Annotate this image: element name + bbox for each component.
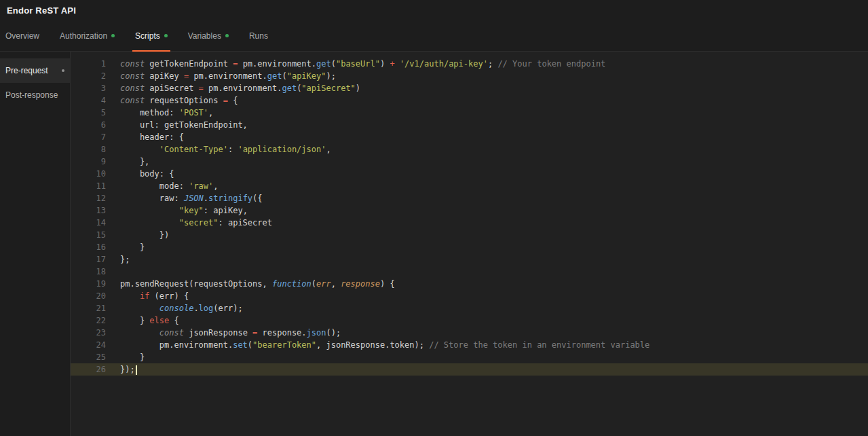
code-token: header: { (120, 132, 184, 142)
code-line-7[interactable]: 7 header: { (71, 131, 868, 143)
app-header: Endor ReST API (0, 0, 868, 20)
tab-runs[interactable]: Runs (244, 20, 273, 51)
code-token: "secret" (179, 218, 219, 228)
code-token: mode: (120, 181, 189, 191)
sidebar-item-post-response[interactable]: Post-response (0, 83, 70, 107)
code-line-6[interactable]: 6 url: getTokenEndpoint, (71, 119, 868, 131)
code-token: , jsonResponse.token); (316, 340, 429, 350)
code-token: ( (312, 279, 316, 289)
line-number: 14 (71, 217, 106, 229)
code-editor[interactable]: 1const getTokenEndpoint = pm.environment… (71, 52, 868, 436)
code-token: "bearerToken" (252, 340, 316, 350)
code-line-25[interactable]: 25 } (71, 351, 868, 363)
code-line-14[interactable]: 14 "secret": apiSecret (71, 217, 868, 229)
code-token: // Your token endpoint (497, 59, 605, 69)
code-token: const (120, 84, 149, 93)
code-line-5[interactable]: 5 method: 'POST', (71, 107, 868, 119)
tab-authorization[interactable]: Authorization (54, 20, 120, 51)
code-line-23[interactable]: 23 const jsonResponse = response.json(); (71, 327, 868, 339)
tab-label: Scripts (135, 31, 160, 41)
code-text: body: { (106, 168, 174, 180)
code-token: 'POST' (179, 108, 208, 117)
code-token: } (120, 352, 145, 362)
line-number: 6 (71, 119, 106, 131)
code-token: }); (120, 365, 135, 374)
code-token: '/v1/auth/api-key' (400, 59, 488, 69)
tab-variables[interactable]: Variables (183, 20, 234, 51)
code-line-21[interactable]: 21 console.log(err); (71, 302, 868, 314)
sidebar-item-pre-request[interactable]: Pre-request (0, 58, 70, 83)
line-number: 7 (71, 131, 106, 143)
code-line-17[interactable]: 17}; (71, 253, 868, 266)
code-line-22[interactable]: 22 } else { (71, 314, 868, 327)
code-token: method: (120, 108, 179, 117)
code-token: = (199, 84, 204, 93)
code-text: } else { (106, 314, 179, 327)
code-token: requestOptions (149, 96, 223, 105)
code-lines: 1const getTokenEndpoint = pm.environment… (71, 58, 868, 376)
code-line-18[interactable]: 18 (71, 266, 868, 278)
code-line-10[interactable]: 10 body: { (71, 168, 868, 180)
line-number: 2 (71, 70, 106, 82)
code-token: (err) { (149, 291, 189, 301)
code-token: 'raw' (189, 181, 213, 191)
code-line-3[interactable]: 3const apiSecret = pm.environment.get("a… (71, 82, 868, 94)
code-token: }; (120, 255, 130, 264)
code-line-20[interactable]: 20 if (err) { (71, 290, 868, 302)
code-token (120, 291, 140, 301)
code-token (120, 304, 159, 313)
code-token: : apiSecret (219, 218, 272, 228)
code-line-9[interactable]: 9 }, (71, 156, 868, 168)
tab-overview[interactable]: Overview (0, 20, 45, 51)
code-text: "key": apiKey, (106, 204, 248, 217)
code-token: apiKey (149, 71, 184, 81)
code-text: raw: JSON.stringify({ (106, 192, 263, 204)
code-text: console.log(err); (106, 302, 243, 314)
code-token: set (233, 340, 248, 350)
line-number: 15 (71, 229, 106, 241)
code-text (106, 266, 120, 278)
code-text: }) (106, 229, 169, 241)
code-line-1[interactable]: 1const getTokenEndpoint = pm.environment… (71, 58, 868, 70)
code-token: pm.environment. (238, 59, 316, 69)
code-token (395, 59, 400, 69)
code-line-8[interactable]: 8 'Content-Type': 'application/json', (71, 143, 868, 156)
line-number: 23 (71, 327, 106, 339)
app-window: Endor ReST API OverviewAuthorizationScri… (0, 0, 868, 436)
line-number: 5 (71, 107, 106, 119)
script-sidebar: Pre-requestPost-response (0, 52, 71, 436)
code-line-26[interactable]: 26}); (71, 363, 868, 376)
tab-label: Overview (5, 31, 39, 41)
tab-label: Variables (188, 31, 221, 41)
code-token: : apiKey, (204, 206, 248, 215)
code-line-12[interactable]: 12 raw: JSON.stringify({ (71, 192, 868, 204)
code-line-2[interactable]: 2const apiKey = pm.environment.get("apiK… (71, 70, 868, 82)
code-token: stringify (208, 194, 252, 203)
code-token: , (208, 108, 213, 117)
code-token: url: getTokenEndpoint, (120, 120, 248, 130)
code-line-19[interactable]: 19pm.sendRequest(requestOptions, functio… (71, 278, 868, 290)
code-token: = (223, 96, 228, 105)
code-token: get (316, 59, 331, 69)
code-line-11[interactable]: 11 mode: 'raw', (71, 180, 868, 192)
tab-bar: OverviewAuthorizationScriptsVariablesRun… (0, 20, 868, 52)
code-text: method: 'POST', (106, 107, 213, 119)
code-token: log (199, 304, 214, 313)
code-text: const getTokenEndpoint = pm.environment.… (106, 58, 605, 70)
code-token: "apiKey" (287, 71, 326, 81)
code-line-16[interactable]: 16 } (71, 241, 868, 253)
code-token: }) (120, 230, 169, 240)
code-text: const requestOptions = { (106, 94, 238, 107)
tab-scripts[interactable]: Scripts (130, 20, 173, 51)
code-line-24[interactable]: 24 pm.environment.set("bearerToken", jso… (71, 339, 868, 351)
code-line-13[interactable]: 13 "key": apiKey, (71, 204, 868, 217)
code-token: "apiSecret" (301, 84, 355, 93)
code-token: console (159, 304, 194, 313)
line-number: 19 (71, 278, 106, 290)
line-number: 10 (71, 168, 106, 180)
code-line-4[interactable]: 4const requestOptions = { (71, 94, 868, 107)
line-number: 26 (71, 363, 106, 376)
code-line-15[interactable]: 15 }) (71, 229, 868, 241)
main-content: Pre-requestPost-response 1const getToken… (0, 52, 868, 436)
line-number: 9 (71, 156, 106, 168)
